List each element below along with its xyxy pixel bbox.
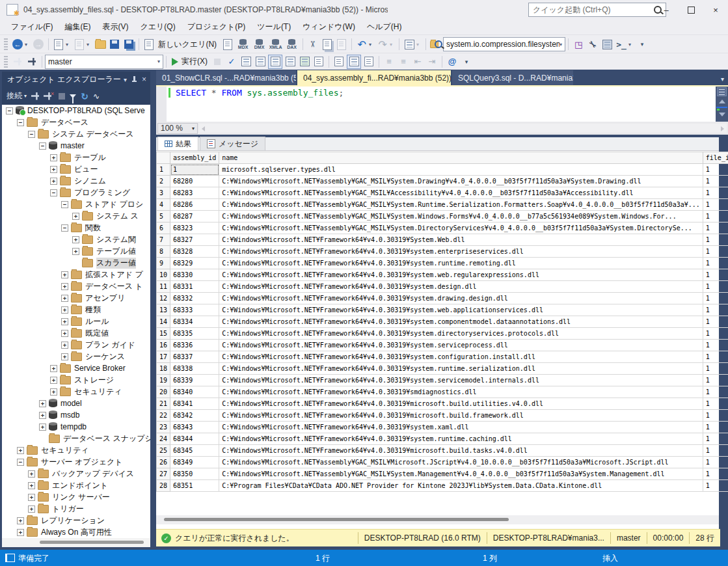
grid-row-number[interactable]: 15 [157, 328, 170, 340]
tree-item[interactable]: +テーブル [2, 152, 150, 163]
grid-cell[interactable]: 68331 [170, 281, 219, 293]
grid-cell[interactable]: C:¥Windows¥Microsoft.NET¥Framework64¥v4.… [219, 410, 703, 422]
grid-cell[interactable]: 68345 [170, 445, 219, 457]
expand-icon[interactable]: + [17, 529, 24, 536]
expand-icon[interactable]: + [61, 342, 68, 349]
oe-refresh-icon[interactable]: ↻ [81, 91, 88, 101]
grid-row-number[interactable]: 9 [157, 258, 170, 269]
grid-cell[interactable]: C:¥Windows¥Microsoft.NET¥Framework64¥v4.… [219, 234, 703, 246]
grid-cell[interactable]: 68340 [170, 386, 219, 398]
grid-row-number[interactable]: 26 [157, 457, 170, 468]
tree-item[interactable]: スカラー値 [2, 257, 150, 269]
grid-cell[interactable]: 1 [703, 340, 728, 351]
grid-cell[interactable]: 68335 [170, 328, 219, 340]
grid-cell[interactable]: C:¥Windows¥Microsoft.NET¥assembly¥GAC_MS… [219, 222, 703, 234]
expand-icon[interactable]: + [61, 295, 68, 302]
grid-row-number[interactable]: 12 [157, 293, 170, 304]
grid-cell[interactable]: 1 [703, 328, 728, 340]
navigate-back-button[interactable]: ← [11, 38, 24, 51]
grid-row-number[interactable]: 13 [157, 304, 170, 316]
quick-launch-input[interactable]: クイック起動 (Ctrl+Q) [528, 3, 666, 17]
tab-messages[interactable]: メッセージ [200, 137, 265, 150]
navigate-combo[interactable]: system.io.compression.filesystem ▾ [443, 37, 565, 51]
expand-icon[interactable]: + [61, 283, 68, 290]
tree-item[interactable]: +システム ス [2, 210, 150, 222]
expand-icon[interactable]: + [61, 318, 68, 325]
undo-dropdown[interactable]: ▾ [369, 42, 375, 47]
grid-cell[interactable]: 1 [703, 199, 728, 211]
navigate-back-dropdown[interactable]: ▾ [25, 42, 31, 47]
grid-cell[interactable]: C:¥Windows¥Microsoft.NET¥assembly¥GAC_MS… [219, 457, 703, 468]
tree-item[interactable]: +バックアップ デバイス [2, 468, 150, 479]
grid-cell[interactable]: 1 [703, 398, 728, 410]
oe-stop-icon[interactable] [59, 93, 65, 100]
tree-item[interactable]: +アセンブリ [2, 292, 150, 304]
grid-cell[interactable]: C:¥Windows¥Microsoft.NET¥Framework64¥v4.… [219, 340, 703, 351]
toolbox-icon[interactable] [600, 38, 613, 51]
increase-indent-icon[interactable]: ⇥ [425, 55, 438, 68]
grid-cell[interactable]: 1 [703, 363, 728, 375]
grid-cell[interactable]: C:¥Windows¥Microsoft.NET¥Framework64¥v4.… [219, 269, 703, 281]
grid-cell[interactable]: 68350 [170, 468, 219, 480]
oe-filter-icon[interactable] [70, 94, 76, 98]
tree-item[interactable]: −ストアド プロシ [2, 198, 150, 210]
results-to-file-icon[interactable] [362, 55, 375, 68]
grid-cell[interactable]: C:¥Windows¥Microsoft.NET¥assembly¥GAC_MS… [219, 199, 703, 211]
grid-cell[interactable]: 1 [703, 187, 728, 199]
grid-cell[interactable]: 68329 [170, 258, 219, 269]
grid-row-number[interactable]: 2 [157, 176, 170, 187]
tree-item[interactable]: −サーバー オブジェクト [2, 456, 150, 468]
grid-cell[interactable]: 1 [703, 468, 728, 480]
grid-cell[interactable]: 68338 [170, 363, 219, 375]
change-connection-icon[interactable] [25, 55, 38, 68]
xevent-icon[interactable]: ◳ [572, 38, 585, 51]
grid-row-number[interactable]: 27 [157, 468, 170, 480]
splitter-handle-icon[interactable] [717, 87, 727, 96]
execute-button[interactable]: 実行(X) [169, 56, 210, 67]
save-all-icon[interactable] [122, 38, 135, 51]
tab-results[interactable]: 結果 [157, 137, 198, 150]
collapse-icon[interactable]: − [61, 224, 68, 232]
dax-query-button[interactable]: DAX [284, 39, 300, 49]
grid-cell[interactable]: 1 [703, 269, 728, 281]
expand-icon[interactable]: + [17, 517, 24, 524]
grid-row-number[interactable]: 23 [157, 422, 170, 433]
results-horizontal-scrollbar[interactable] [156, 515, 719, 524]
collapse-icon[interactable]: − [28, 131, 35, 138]
save-icon[interactable] [108, 38, 121, 51]
grid-row-number[interactable]: 5 [157, 211, 170, 222]
oe-disconnect-icon[interactable]: × [44, 92, 54, 100]
grid-cell[interactable]: microsoft.sqlserver.types.dll [219, 164, 703, 176]
tree-item[interactable]: +model [2, 398, 150, 409]
oe-connect-icon[interactable] [31, 92, 39, 100]
expand-icon[interactable]: + [50, 154, 57, 161]
intellisense-icon[interactable] [298, 55, 311, 68]
tree-item[interactable]: +リンク サーバー [2, 491, 150, 503]
menu-item-7[interactable]: ヘルプ(H) [361, 20, 408, 34]
grid-row-number[interactable]: 11 [157, 281, 170, 293]
grid-cell[interactable]: 68343 [170, 422, 219, 433]
maximize-button[interactable] [679, 0, 703, 20]
expand-icon[interactable]: + [61, 330, 68, 337]
grid-cell[interactable]: C:¥Windows¥Microsoft.NET¥Framework64¥v4.… [219, 328, 703, 340]
tree-item[interactable]: −master [2, 140, 150, 152]
expand-icon[interactable]: + [61, 271, 68, 278]
tree-item[interactable]: +既定値 [2, 327, 150, 339]
collapse-icon[interactable]: − [17, 459, 24, 466]
new-project-dropdown[interactable]: ▾ [66, 42, 72, 47]
expand-icon[interactable]: + [39, 412, 46, 419]
grid-cell[interactable]: 1 [703, 433, 728, 445]
minimize-button[interactable]: – [654, 0, 679, 20]
expand-icon[interactable]: + [50, 365, 57, 372]
connect-icon[interactable] [11, 55, 24, 68]
grid-row-number[interactable]: 28 [157, 480, 170, 492]
expand-icon[interactable]: + [72, 236, 79, 243]
grid-cell[interactable]: 1 [703, 422, 728, 433]
grid-cell[interactable]: 68344 [170, 433, 219, 445]
toolbar-grip2[interactable] [4, 56, 8, 68]
grid-row-number[interactable]: 19 [157, 375, 170, 386]
grid-cell[interactable]: C:¥Windows¥Microsoft.NET¥assembly¥GAC_MS… [219, 176, 703, 187]
actual-plan-toggle[interactable] [268, 55, 282, 69]
expand-icon[interactable]: + [50, 377, 57, 384]
expand-icon[interactable]: + [17, 447, 24, 454]
